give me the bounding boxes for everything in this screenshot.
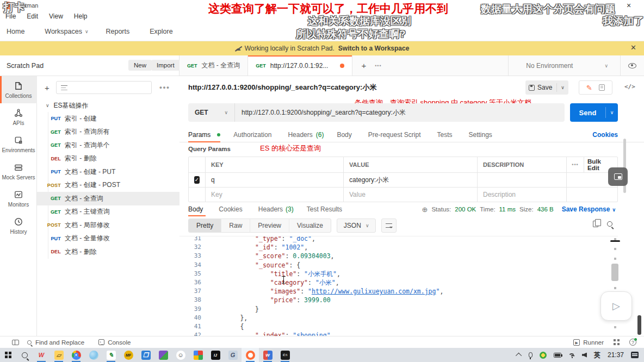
taskbar-app-icon[interactable]: ▱ [50, 348, 67, 362]
param-checkbox[interactable]: ✓ [194, 176, 200, 184]
request-tab-item[interactable]: Params [188, 127, 220, 142]
response-scroll-strip[interactable] [613, 238, 617, 336]
wrap-lines-button[interactable] [381, 219, 397, 233]
window-scrollbar-thumb[interactable] [637, 315, 641, 335]
taskbar-app-icon[interactable] [242, 348, 259, 362]
help-icon[interactable]: ? [629, 339, 636, 346]
taskbar-app-icon[interactable]: G [224, 348, 242, 362]
taskbar-app-icon[interactable]: ❐ [137, 348, 154, 362]
taskbar-app-icon[interactable] [154, 348, 172, 362]
send-options-chevron[interactable]: ∨ [606, 110, 618, 115]
collection-more-icon[interactable]: ●●● [159, 85, 170, 90]
nav-item[interactable]: Home [7, 28, 27, 35]
view-mode-item[interactable]: Visualize [289, 219, 331, 232]
request-list-item[interactable]: DEL 文档 - 删除 [37, 245, 179, 259]
request-list-item[interactable]: GET 文档 - 全查询 [37, 192, 179, 205]
tray-expand-icon[interactable] [516, 353, 522, 359]
nav-item[interactable]: Explore [150, 28, 175, 35]
sidebar-item-history[interactable]: History [0, 212, 37, 239]
sidebar-item-mock-servers[interactable]: Mock Servers [0, 158, 37, 185]
url-input[interactable]: http://127.0.0.1:9200/shopping/_search?q… [235, 108, 565, 117]
ime-language-indicator[interactable]: 英 [594, 351, 600, 360]
find-replace-button[interactable]: Find and Replace [27, 339, 84, 346]
taskbar-app-icon[interactable] [67, 348, 85, 362]
code-snippet-icon[interactable]: </> [624, 83, 635, 90]
request-list-item[interactable]: DEL 索引 - 删除 [37, 152, 179, 166]
request-tab-item[interactable]: Headers (6) [288, 127, 324, 142]
add-collection-icon[interactable]: + [45, 83, 49, 92]
param-key-cell[interactable]: q [205, 173, 343, 187]
environment-preview-button[interactable] [620, 55, 644, 76]
scroll-handle[interactable] [610, 240, 620, 242]
menu-item[interactable]: Help [74, 13, 88, 20]
request-list-item[interactable]: GET 索引 - 查询单个 [37, 139, 179, 152]
response-scroll-thumb[interactable] [611, 264, 618, 281]
taskbar-app-icon[interactable]: IJ [207, 348, 224, 362]
collection-expand-icon[interactable]: ∨ [46, 103, 49, 108]
apps-grid-icon[interactable] [614, 339, 620, 345]
save-options-chevron[interactable]: ∨ [557, 85, 568, 90]
taskbar-search-button[interactable] [16, 348, 33, 362]
view-mode-item[interactable]: Pretty [189, 219, 221, 232]
nav-item[interactable]: Reports [106, 28, 132, 35]
taskbar-app-icon[interactable]: W [259, 348, 276, 362]
view-mode-item[interactable]: Preview [250, 219, 289, 232]
request-list-item[interactable]: POST 文档 - 局部修改 [37, 219, 179, 232]
speaker-icon[interactable] [582, 353, 587, 358]
request-tab-item[interactable]: Tests [437, 127, 455, 142]
response-tab-item[interactable]: Test Results [307, 202, 345, 216]
copy-icon[interactable] [593, 221, 598, 227]
menu-item[interactable]: View [49, 13, 63, 20]
new-button[interactable]: New [128, 60, 152, 71]
view-mode-item[interactable]: Raw [221, 219, 250, 232]
banner-switch-link[interactable]: Switch to a Workspace [338, 45, 409, 52]
microphone-icon[interactable] [529, 352, 532, 358]
taskbar-app-icon[interactable]: ☺ [172, 348, 189, 362]
battery-icon[interactable] [554, 353, 561, 358]
environment-selector[interactable]: No Environment ∨ [508, 55, 608, 76]
response-tab-item[interactable]: Cookies [219, 202, 245, 216]
wifi-icon[interactable] [568, 353, 575, 360]
sidebar-item-apis[interactable]: APIs [0, 103, 37, 130]
video-play-overlay[interactable]: ▷ [600, 291, 632, 321]
start-button[interactable] [0, 348, 16, 362]
request-list-item[interactable]: GET 索引 - 查询所有 [37, 126, 179, 139]
runner-button[interactable]: ▶Runner [573, 339, 604, 346]
send-button[interactable]: Send ∨ [570, 103, 618, 122]
nav-item[interactable]: Workspaces∨ [45, 28, 88, 35]
tab-options-icon[interactable]: ••• [375, 63, 387, 68]
request-list-item[interactable]: GET 文档 - 主键查询 [37, 205, 179, 219]
clock[interactable]: 21:37 [608, 351, 624, 359]
request-list-item[interactable]: PUT 文档 - 全量修改 [37, 232, 179, 246]
request-list-item[interactable]: PUT 文档 - 创建 - PUT [37, 165, 179, 179]
taskbar-app-icon[interactable]: W [33, 348, 50, 362]
taskbar-app-icon[interactable]: ✎ [102, 348, 120, 362]
param-key-placeholder[interactable]: Key [205, 188, 343, 202]
format-select[interactable]: JSON∨ [337, 219, 376, 233]
menu-item[interactable]: Edit [27, 13, 38, 20]
request-list-item[interactable]: PUT 索引 - 创建 [37, 112, 179, 126]
params-more-icon[interactable]: ••• [566, 157, 584, 172]
request-tab-item[interactable]: Settings [469, 127, 496, 142]
notification-center-icon[interactable] [631, 352, 639, 358]
sidebar-item-monitors[interactable]: Monitors [0, 185, 37, 212]
taskbar-app-icon[interactable] [85, 348, 102, 362]
save-response-button[interactable]: Save Response∨ [562, 205, 616, 213]
cookies-link[interactable]: Cookies [592, 131, 618, 139]
param-value-placeholder[interactable]: Value [343, 188, 477, 202]
toggle-sidebar-icon[interactable] [12, 340, 19, 345]
window-close-button[interactable]: × [623, 1, 634, 10]
request-tab-item[interactable]: Body [337, 127, 355, 142]
console-button[interactable]: ›_Console [98, 339, 131, 346]
floating-pip-button[interactable] [608, 167, 628, 186]
edit-pencil-icon[interactable]: ✎ [586, 84, 592, 92]
param-desc-placeholder[interactable]: Description [477, 188, 566, 202]
method-select[interactable]: GET∨ [188, 103, 235, 122]
taskbar-app-icon[interactable]: MF [120, 348, 137, 362]
antivirus-icon[interactable] [540, 352, 547, 359]
new-tab-button[interactable]: + [352, 61, 375, 70]
request-tab[interactable]: GET http://127.0.0.1:92... [248, 55, 352, 76]
request-tab-item[interactable]: Authorization [233, 127, 275, 142]
documentation-icon[interactable] [599, 84, 605, 91]
request-tab-item[interactable]: Pre-request Script [368, 127, 424, 142]
